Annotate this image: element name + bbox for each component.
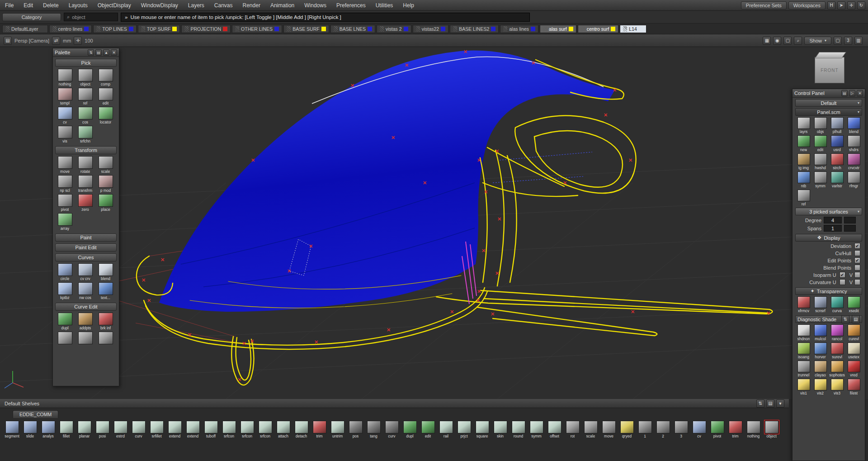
shelf-tool[interactable]: tuboff bbox=[203, 421, 219, 438]
palette-tool[interactable]: scale bbox=[95, 156, 116, 174]
panel-menu-icon[interactable]: ▤ bbox=[4, 37, 12, 45]
layer-color-swatch[interactable] bbox=[274, 27, 279, 31]
checkbox[interactable]: ✔ bbox=[854, 257, 860, 263]
palette-tool[interactable]: kptbz bbox=[55, 282, 75, 300]
palette-tool[interactable] bbox=[75, 332, 95, 345]
shelf-tool[interactable]: qryed bbox=[618, 421, 635, 438]
layer-color-swatch[interactable] bbox=[404, 27, 408, 31]
quick-tool[interactable]: curva bbox=[829, 296, 845, 313]
control-panel-header[interactable]: Control Panel ▤ ▷ ✕ bbox=[793, 89, 865, 98]
layer-symmetry-toggle[interactable] bbox=[581, 26, 585, 32]
snap-icon[interactable]: ✛ bbox=[74, 37, 82, 45]
diagnostic-shade-tool[interactable]: usetex bbox=[845, 342, 862, 359]
shelf-tool[interactable]: 1 bbox=[637, 421, 653, 438]
layer-color-swatch[interactable] bbox=[223, 27, 227, 31]
diagnostic-shade-tool[interactable]: sophotes bbox=[829, 361, 845, 377]
palette-tool[interactable]: srfchn bbox=[75, 126, 95, 143]
menu-item[interactable]: Canvas bbox=[209, 0, 238, 11]
shelf-tool[interactable]: scale bbox=[582, 421, 599, 438]
layout-multi-icon[interactable]: ▥ bbox=[854, 37, 863, 45]
palette-tool[interactable]: cv bbox=[55, 107, 75, 124]
view-rotate-icon[interactable]: ↻ bbox=[857, 1, 865, 10]
control-panel-tool[interactable]: usrd bbox=[829, 135, 845, 152]
shelf-tool[interactable]: skin bbox=[492, 421, 509, 438]
control-panel-tool[interactable]: ntb bbox=[795, 171, 812, 188]
layer-symmetry-toggle[interactable] bbox=[416, 26, 420, 32]
control-panel-tool[interactable]: layrs bbox=[795, 117, 812, 134]
menu-right-button[interactable]: Workspaces bbox=[788, 1, 826, 10]
layer-chip[interactable]: L14 bbox=[620, 25, 646, 33]
quick-tool[interactable]: xsedit bbox=[845, 296, 862, 313]
palette-tool[interactable]: templ bbox=[55, 88, 75, 105]
shelf-tool[interactable]: prjct bbox=[456, 421, 472, 438]
layer-color-swatch[interactable] bbox=[84, 27, 89, 31]
palette-header[interactable]: Palette ⇅ ▤ ▲ ✕ bbox=[53, 48, 119, 57]
diagnostic-shade-tool[interactable]: vis3 bbox=[829, 379, 845, 395]
layer-color-swatch[interactable] bbox=[40, 27, 45, 31]
diagnostic-shade-header[interactable]: Diagnostic Shade ⇅ ▤ bbox=[795, 315, 862, 323]
control-panel-tool[interactable]: new bbox=[795, 135, 812, 152]
layer-color-swatch[interactable] bbox=[441, 27, 445, 31]
viewport-3d-canvas[interactable]: FRONT bbox=[0, 47, 868, 399]
palette-tool[interactable]: pivot bbox=[55, 194, 75, 212]
diagnostic-shade-tool[interactable]: trunnel bbox=[795, 361, 812, 377]
menu-item[interactable]: ObjectDisplay bbox=[93, 0, 136, 11]
palette-tool[interactable]: np scl bbox=[55, 175, 75, 193]
diagnostic-shade-tool[interactable]: rancol bbox=[829, 324, 845, 341]
layer-symmetry-toggle[interactable] bbox=[503, 26, 507, 32]
shelf-tool[interactable]: pos bbox=[347, 421, 364, 438]
palette-tool[interactable]: addpts bbox=[75, 313, 95, 330]
palette-tool[interactable] bbox=[55, 332, 75, 345]
palette-section-header[interactable]: Curves bbox=[55, 253, 117, 261]
menu-item[interactable]: Delete bbox=[38, 0, 64, 11]
panel-file-dropdown[interactable]: Panel.scm ▾ bbox=[795, 108, 862, 116]
pointer-icon[interactable]: ➤ bbox=[837, 1, 845, 10]
shelf-tool[interactable]: rot bbox=[564, 421, 581, 438]
control-panel-tool[interactable]: rfmgr bbox=[845, 171, 862, 188]
shelf-tool[interactable]: dupl bbox=[401, 421, 418, 438]
layer-chip[interactable]: alas lines bbox=[500, 25, 538, 33]
category-dropdown[interactable]: Category bbox=[2, 13, 61, 21]
quick-tool[interactable]: xfrmcv bbox=[795, 296, 812, 313]
layer-chip[interactable]: vistas22 bbox=[413, 25, 449, 33]
shelf-tool[interactable]: round bbox=[510, 421, 527, 438]
transparency-section-header[interactable]: ✦ Transparency bbox=[795, 287, 862, 295]
control-panel-tool[interactable]: edit bbox=[812, 135, 829, 152]
control-panel-tool[interactable]: strch bbox=[829, 153, 845, 170]
chevron-down-icon[interactable]: ▾ bbox=[776, 399, 784, 408]
layer-color-swatch[interactable] bbox=[611, 27, 615, 31]
checkbox[interactable]: ✔ bbox=[854, 243, 860, 249]
shelf-tool[interactable]: curv bbox=[383, 421, 400, 438]
palette-section-header[interactable]: Transform bbox=[55, 146, 117, 154]
menu-item[interactable]: Utilities bbox=[371, 0, 398, 11]
shelf-tool[interactable]: fillet bbox=[58, 421, 75, 438]
dock-icon[interactable]: ⇅ bbox=[841, 315, 849, 323]
layer-symmetry-toggle[interactable] bbox=[52, 26, 57, 32]
layer-chip[interactable]: alas surf bbox=[540, 25, 576, 33]
layer-symmetry-toggle[interactable] bbox=[380, 26, 384, 32]
control-panel-tool[interactable]: hwshd bbox=[812, 153, 829, 170]
layer-chip[interactable]: PROJECTION bbox=[181, 25, 231, 33]
layer-chip[interactable]: OTHER LINES bbox=[232, 25, 282, 33]
layer-symmetry-toggle[interactable] bbox=[5, 26, 9, 32]
shelf-tool[interactable]: srfcon bbox=[221, 421, 237, 438]
layer-color-swatch[interactable] bbox=[129, 27, 133, 31]
palette-tool[interactable]: nw cos bbox=[75, 282, 95, 300]
shelf-tool[interactable]: extend bbox=[184, 421, 201, 438]
shelf-tool[interactable]: segment bbox=[4, 421, 20, 438]
shelf-tool[interactable]: srfcon bbox=[257, 421, 274, 438]
layer-chip[interactable]: vistas 2 bbox=[377, 25, 411, 33]
layer-symmetry-toggle[interactable] bbox=[184, 26, 189, 32]
show-button[interactable]: Show ▾ bbox=[804, 37, 831, 45]
shelf-tool[interactable]: nothing bbox=[745, 421, 762, 438]
layer-symmetry-toggle[interactable] bbox=[623, 26, 627, 32]
shelf-tab[interactable]: EDDIE_COMM bbox=[13, 410, 58, 418]
palette-tool[interactable]: array bbox=[55, 213, 75, 231]
palette-section-header[interactable]: Paint bbox=[55, 233, 117, 242]
shelf-tool[interactable]: tang bbox=[365, 421, 382, 438]
layer-color-swatch[interactable] bbox=[569, 27, 573, 31]
checkbox-secondary[interactable] bbox=[854, 272, 860, 278]
palette-tool[interactable]: object bbox=[75, 69, 95, 86]
checkbox-secondary[interactable] bbox=[854, 279, 860, 285]
diagnostic-shade-tool[interactable]: filest bbox=[845, 379, 862, 395]
